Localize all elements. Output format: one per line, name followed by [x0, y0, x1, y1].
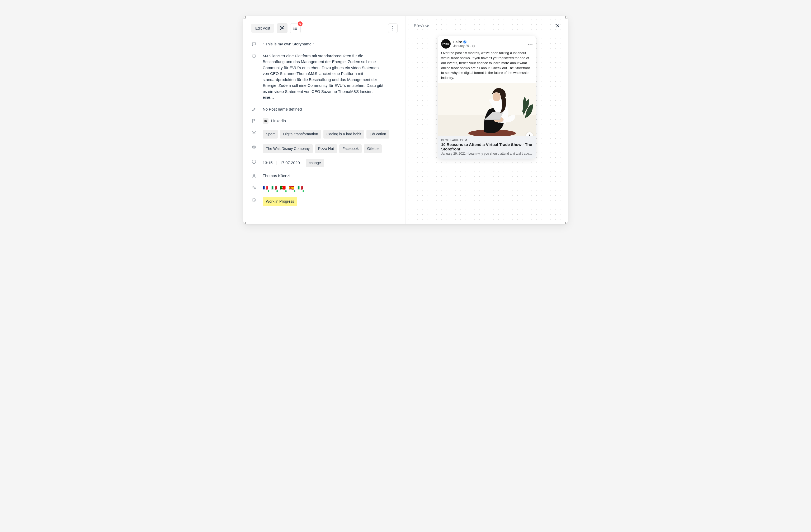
post-name: No Post name defined: [263, 106, 398, 112]
post-date: January 29: [453, 44, 469, 48]
translate-icon: [251, 185, 257, 190]
topics-row: SportDigital transformationCoding is a b…: [251, 130, 398, 139]
language-flag[interactable]: 🇮🇹: [297, 185, 303, 191]
avatar: FAIRE: [441, 39, 450, 49]
social-preview-card: FAIRE Faire January 29 · Over the past s…: [438, 36, 536, 159]
svg-point-3: [392, 28, 393, 29]
linkedin-badge: in: [263, 118, 269, 124]
toolbar: Edit Post 6: [251, 23, 398, 33]
more-menu-button[interactable]: [388, 24, 398, 33]
company-chip[interactable]: Pizza Hut: [315, 144, 337, 153]
topic-chip[interactable]: Digital transformation: [280, 130, 321, 139]
svg-point-0: [282, 28, 283, 29]
link-title: 10 Reasons to Attend a Virtual Trade Sho…: [441, 142, 533, 151]
schedule-row: 13:15 | 17.07.2020 change: [251, 159, 398, 167]
company-chips: The Walt Disney CompanyPizza HutFacebook…: [263, 144, 398, 153]
topic-chip[interactable]: Sport: [263, 130, 278, 139]
link-domain: BLOG.FAIRE.COM: [441, 139, 533, 142]
language-flag[interactable]: 🇵🇹: [280, 185, 286, 191]
post-name-row: No Post name defined: [251, 106, 398, 112]
svg-point-23: [493, 92, 501, 101]
dots-icon: [528, 44, 533, 45]
crop-mark: [243, 222, 246, 224]
brand-name: Faire: [453, 40, 462, 44]
svg-point-18: [532, 44, 532, 45]
svg-point-16: [528, 44, 529, 45]
schedule-time: 13:15: [263, 160, 273, 166]
svg-point-13: [253, 174, 255, 176]
svg-rect-20: [438, 83, 536, 115]
channel-label: Linkedin: [271, 118, 286, 124]
crop-mark: [243, 16, 246, 18]
user-icon: [251, 173, 257, 179]
left-panel: Edit Post 6: [243, 16, 406, 224]
change-schedule-button[interactable]: change: [306, 159, 324, 167]
post-body: Over the past six months, we've been tal…: [438, 51, 536, 83]
author-row: Thomas Küenzi: [251, 173, 398, 179]
title-row: " This is my own Storyname ": [251, 41, 398, 47]
clock-icon: [251, 159, 257, 165]
preview-panel: Preview ✕ FAIRE Faire January 29 ·: [406, 16, 568, 224]
info-icon: [251, 53, 257, 59]
company-chip[interactable]: The Walt Disney Company: [263, 144, 313, 153]
scan-icon: [251, 130, 257, 136]
company-chip[interactable]: Gillette: [364, 144, 382, 153]
checklist-icon: [293, 26, 298, 31]
chat-icon: [251, 41, 257, 47]
verified-icon: [463, 40, 467, 44]
author-name: Thomas Küenzi: [263, 173, 398, 179]
history-icon: [251, 197, 257, 203]
kebab-icon: [392, 26, 393, 31]
svg-point-1: [294, 29, 294, 30]
topic-chip[interactable]: Coding is a bad habit: [323, 130, 365, 139]
link-preview[interactable]: BLOG.FAIRE.COM 10 Reasons to Attend a Vi…: [438, 136, 536, 159]
link-description: January 29, 2021 - Learn why you should …: [441, 152, 533, 155]
language-flags: 🇫🇷🇮🇹🇵🇹🇪🇸🇮🇹: [263, 185, 398, 191]
post-image: i: [438, 83, 536, 136]
language-flag[interactable]: 🇮🇹: [271, 185, 277, 191]
languages-row: 🇫🇷🇮🇹🇵🇹🇪🇸🇮🇹: [251, 185, 398, 191]
svg-point-8: [254, 132, 255, 133]
topic-chip[interactable]: Education: [366, 130, 389, 139]
preview-heading: Preview: [414, 24, 429, 28]
language-flag[interactable]: 🇪🇸: [289, 185, 294, 191]
scan-eye-icon: [279, 26, 285, 31]
focus-scan-button[interactable]: [277, 23, 288, 33]
checklist-button[interactable]: 6: [290, 23, 301, 33]
highlight-icon: [251, 106, 257, 112]
post-more-button[interactable]: [528, 42, 533, 46]
status-badge: Work in Progress: [263, 197, 297, 206]
svg-rect-22: [485, 119, 500, 120]
svg-point-11: [254, 147, 254, 147]
globe-icon: [472, 45, 475, 47]
flag-icon: [251, 118, 257, 124]
target-icon: [251, 144, 257, 150]
story-description: M&S lanciert eine Plattform mit standard…: [263, 53, 384, 100]
companies-row: The Walt Disney CompanyPizza HutFacebook…: [251, 144, 398, 153]
edit-post-button[interactable]: Edit Post: [251, 24, 274, 33]
svg-point-17: [530, 44, 530, 45]
editor-card: Edit Post 6: [243, 16, 568, 224]
checklist-badge: 6: [298, 21, 303, 26]
company-chip[interactable]: Facebook: [339, 144, 362, 153]
status-row: Work in Progress: [251, 197, 398, 206]
schedule-date: 17.07.2020: [280, 160, 300, 166]
story-title: " This is my own Storyname ": [263, 41, 398, 47]
channel-row: in Linkedin: [251, 118, 398, 124]
language-flag[interactable]: 🇫🇷: [263, 185, 268, 191]
topic-chips: SportDigital transformationCoding is a b…: [263, 130, 398, 139]
description-row: M&S lanciert eine Plattform mit standard…: [251, 53, 398, 100]
svg-point-4: [392, 30, 393, 30]
close-preview-button[interactable]: ✕: [555, 23, 560, 29]
svg-point-2: [392, 26, 393, 27]
